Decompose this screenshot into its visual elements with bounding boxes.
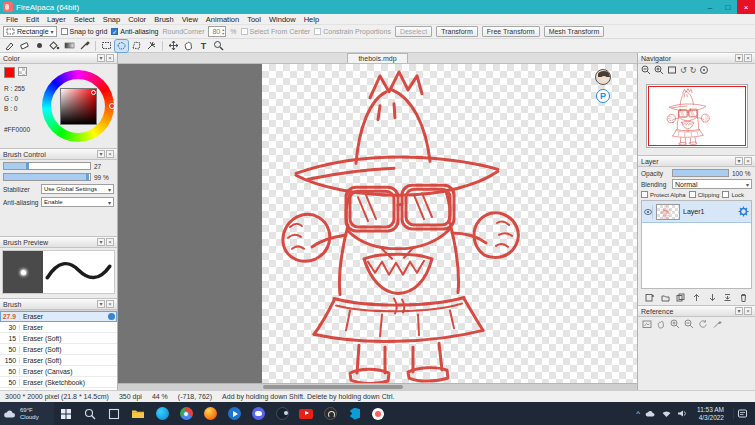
- chrome-app[interactable]: [174, 402, 198, 425]
- menu-color[interactable]: Color: [124, 15, 150, 24]
- onedrive-icon[interactable]: [645, 409, 656, 418]
- menu-tool[interactable]: Tool: [243, 15, 265, 24]
- anti-aliasing-dropdown[interactable]: Enable ▾: [41, 197, 114, 207]
- menu-file[interactable]: File: [2, 15, 22, 24]
- horizontal-scrollbar[interactable]: [118, 383, 637, 390]
- notification-center-button[interactable]: [733, 408, 751, 419]
- eyedropper-tool[interactable]: [78, 40, 91, 52]
- mesh-transform-button[interactable]: Mesh Transform: [544, 26, 605, 37]
- rotate-left-icon[interactable]: ↺: [680, 66, 687, 75]
- move-tool[interactable]: [167, 40, 180, 52]
- menu-snap[interactable]: Snap: [99, 15, 125, 24]
- reference-open-icon[interactable]: [642, 319, 652, 329]
- magic-wand-tool[interactable]: [145, 40, 158, 52]
- youtube-app[interactable]: [294, 402, 318, 425]
- panel-close-icon[interactable]: ×: [744, 54, 752, 62]
- merge-down-icon[interactable]: [723, 293, 732, 302]
- brush-item[interactable]: 50 Eraser (Canvas): [0, 366, 117, 377]
- duplicate-layer-icon[interactable]: [676, 293, 685, 302]
- close-button[interactable]: ×: [737, 0, 755, 14]
- panel-close-icon[interactable]: ×: [106, 150, 114, 158]
- opacity-slider[interactable]: [672, 169, 729, 177]
- minimize-button[interactable]: –: [701, 0, 719, 14]
- stabilizer-dropdown[interactable]: Use Global Settings ▾: [41, 184, 114, 194]
- protect-alpha-checkbox[interactable]: Protect Alpha: [641, 191, 686, 198]
- blending-dropdown[interactable]: Normal ▾: [672, 179, 752, 189]
- snap-to-grid-checkbox[interactable]: Snap to grid: [61, 28, 108, 35]
- tray-chevron-icon[interactable]: ^: [636, 409, 640, 418]
- spinner-arrows-icon[interactable]: ▴▾: [222, 28, 224, 36]
- lock-checkbox[interactable]: Lock: [722, 191, 744, 198]
- edge-app[interactable]: [150, 402, 174, 425]
- zoom-in-icon[interactable]: [654, 65, 664, 75]
- obs-app[interactable]: [318, 402, 342, 425]
- brush-opacity-slider[interactable]: [3, 173, 91, 181]
- clipping-checkbox[interactable]: Clipping: [689, 191, 720, 198]
- navigator-view-rect[interactable]: [648, 86, 746, 146]
- panel-collapse-icon[interactable]: ▾: [735, 307, 743, 315]
- panel-collapse-icon[interactable]: ▾: [97, 238, 105, 246]
- anti-aliasing-checkbox[interactable]: ✓ Anti-aliasing: [111, 28, 158, 35]
- brush-edit-icon[interactable]: [108, 313, 115, 320]
- discord-app[interactable]: [246, 402, 270, 425]
- steam-app[interactable]: [270, 402, 294, 425]
- deselect-button[interactable]: Deselect: [395, 26, 432, 37]
- panel-collapse-icon[interactable]: ▾: [97, 150, 105, 158]
- reference-eyedropper-icon[interactable]: [712, 319, 722, 329]
- polygon-select-tool[interactable]: [130, 40, 143, 52]
- panel-collapse-icon[interactable]: ▾: [97, 300, 105, 308]
- reference-zoom-in-icon[interactable]: [670, 319, 680, 329]
- reference-zoom-out-icon[interactable]: [684, 319, 694, 329]
- task-view-button[interactable]: [102, 402, 126, 425]
- roundcorner-value-input[interactable]: 80 ▴▾: [208, 26, 226, 37]
- menu-view[interactable]: View: [178, 15, 202, 24]
- menu-animation[interactable]: Animation: [202, 15, 243, 24]
- fit-view-icon[interactable]: [667, 65, 677, 75]
- delete-layer-icon[interactable]: [739, 293, 748, 302]
- layer-visibility-toggle[interactable]: [644, 205, 653, 219]
- select-rect-tool[interactable]: [100, 40, 113, 52]
- firealpaca-app[interactable]: [366, 402, 390, 425]
- eraser-tool[interactable]: [18, 40, 31, 52]
- free-transform-button[interactable]: Free Transform: [482, 26, 540, 37]
- transform-button[interactable]: Transform: [436, 26, 478, 37]
- bucket-tool[interactable]: [48, 40, 61, 52]
- select-from-center-checkbox[interactable]: Select From Center: [241, 28, 311, 35]
- lasso-tool[interactable]: [115, 40, 128, 52]
- move-layer-up-icon[interactable]: [692, 293, 701, 302]
- media-player-app[interactable]: [222, 402, 246, 425]
- reference-rotate-icon[interactable]: [698, 319, 708, 329]
- move-layer-down-icon[interactable]: [708, 293, 717, 302]
- code-app[interactable]: [342, 402, 366, 425]
- panel-close-icon[interactable]: ×: [106, 54, 114, 62]
- panel-collapse-icon[interactable]: ▾: [735, 54, 743, 62]
- gradient-tool[interactable]: [63, 40, 76, 52]
- hand-tool[interactable]: [182, 40, 195, 52]
- taskbar-clock[interactable]: 11:53 AM 4/3/2022: [693, 406, 728, 422]
- current-color-swatch[interactable]: [4, 67, 15, 78]
- brush-item[interactable]: 150 Eraser (Soft): [0, 355, 117, 366]
- menu-layer[interactable]: Layer: [43, 15, 70, 24]
- selection-shape-dropdown[interactable]: Rectangle ▾: [3, 26, 57, 37]
- new-layer-icon[interactable]: [645, 293, 654, 302]
- brush-item[interactable]: 15 Eraser (Soft): [0, 333, 117, 344]
- panel-collapse-icon[interactable]: ▾: [735, 157, 743, 165]
- panel-close-icon[interactable]: ×: [744, 307, 752, 315]
- layer-settings-gear-icon[interactable]: [738, 206, 749, 217]
- menu-help[interactable]: Help: [300, 15, 323, 24]
- text-tool[interactable]: T: [197, 40, 210, 52]
- zoom-out-icon[interactable]: [641, 65, 651, 75]
- navigator-thumbnail[interactable]: [646, 84, 748, 148]
- brush-item[interactable]: 27.9 Eraser: [0, 311, 117, 322]
- taskbar-search-button[interactable]: [78, 402, 102, 425]
- brush-size-slider[interactable]: [3, 162, 91, 170]
- panel-collapse-icon[interactable]: ▾: [97, 54, 105, 62]
- new-folder-icon[interactable]: [661, 293, 670, 302]
- reset-view-icon[interactable]: [699, 65, 709, 75]
- firefox-app[interactable]: [198, 402, 222, 425]
- dot-tool[interactable]: [33, 40, 46, 52]
- constrain-proportions-checkbox[interactable]: Constrain Proportions: [314, 28, 391, 35]
- document-tab[interactable]: thebois.mdp: [347, 53, 407, 63]
- wifi-icon[interactable]: [661, 409, 672, 418]
- avatar[interactable]: [595, 69, 611, 85]
